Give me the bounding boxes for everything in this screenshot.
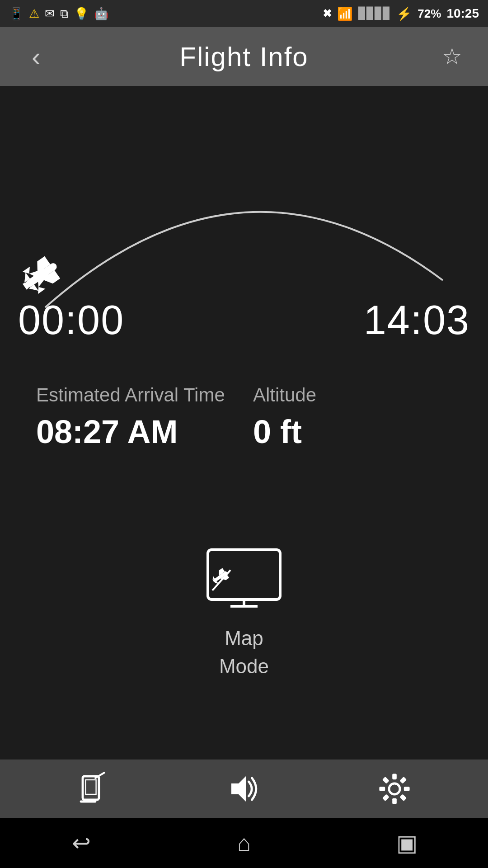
- email-icon: ✉: [45, 7, 55, 21]
- map-mode-section[interactable]: MapMode: [0, 477, 488, 760]
- svg-rect-29: [382, 794, 389, 801]
- warning-icon: ⚠: [29, 7, 39, 21]
- svg-point-23: [389, 783, 400, 794]
- svg-rect-28: [393, 798, 397, 804]
- svg-rect-25: [400, 777, 407, 784]
- flight-arc-section: 00:00 14:03: [0, 86, 488, 357]
- light-icon: 💡: [74, 7, 89, 21]
- wifi-icon: 📶: [337, 6, 353, 21]
- svg-rect-19: [85, 780, 96, 794]
- flight-time-remaining: 14:03: [364, 297, 470, 344]
- arrival-time-value: 08:27 AM: [36, 413, 178, 450]
- nav-recent-button[interactable]: ▣: [384, 825, 429, 861]
- flight-time-elapsed: 00:00: [18, 297, 124, 344]
- status-right-icons: ✖ 📶 ▊▊▊▊ ⚡ 72% 10:25: [323, 6, 479, 21]
- clock: 10:25: [446, 6, 479, 21]
- svg-rect-31: [382, 777, 389, 784]
- altitude-value: 0 ft: [253, 413, 302, 450]
- battery-icon: ⚡: [396, 6, 412, 21]
- altitude-label: Altitude: [253, 384, 316, 406]
- main-content: 00:00 14:03 Estimated Arrival Time 08:27…: [0, 86, 488, 760]
- status-left-icons: 📱 ⚠ ✉ ⧉ 💡 🤖: [9, 7, 108, 21]
- nav-home-button[interactable]: ⌂: [221, 825, 267, 861]
- back-button[interactable]: ‹: [18, 41, 54, 72]
- svg-rect-24: [393, 774, 397, 779]
- volume-button[interactable]: [217, 762, 271, 816]
- android-nav-bar: ↩ ⌂ ▣: [0, 818, 488, 868]
- bluetooth-icon: ✖: [323, 7, 332, 20]
- svg-marker-1: [23, 267, 33, 276]
- airplane-icon: [17, 254, 64, 298]
- display-button[interactable]: [66, 762, 121, 816]
- altitude-block: Altitude 0 ft: [253, 384, 452, 450]
- arrival-time-label: Estimated Arrival Time: [36, 384, 225, 406]
- bookmark-button[interactable]: ☆: [434, 43, 470, 70]
- svg-rect-30: [380, 787, 385, 791]
- signal-bars-icon: ▊▊▊▊: [358, 7, 391, 20]
- header: ‹ Flight Info ☆: [0, 27, 488, 86]
- svg-rect-9: [208, 550, 280, 599]
- info-section: Estimated Arrival Time 08:27 AM Altitude…: [0, 357, 488, 477]
- svg-rect-26: [404, 787, 410, 791]
- settings-button[interactable]: [367, 762, 422, 816]
- battery-percent: 72%: [418, 7, 441, 21]
- android-icon: 🤖: [94, 7, 108, 21]
- settings-icon: [376, 771, 413, 807]
- svg-rect-27: [400, 794, 407, 801]
- page-title: Flight Info: [179, 41, 308, 72]
- map-mode-icon: [203, 547, 285, 611]
- map-mode-label: MapMode: [219, 624, 269, 680]
- display-icon: [75, 771, 112, 807]
- bottom-toolbar: [0, 760, 488, 818]
- arrival-time-block: Estimated Arrival Time 08:27 AM: [36, 384, 235, 450]
- svg-marker-22: [231, 776, 246, 802]
- nav-back-button[interactable]: ↩: [59, 825, 104, 861]
- screen-icon: ⧉: [60, 7, 69, 21]
- phone-icon: 📱: [9, 7, 23, 21]
- status-bar: 📱 ⚠ ✉ ⧉ 💡 🤖 ✖ 📶 ▊▊▊▊ ⚡ 72% 10:25: [0, 0, 488, 27]
- volume-icon: [226, 771, 262, 807]
